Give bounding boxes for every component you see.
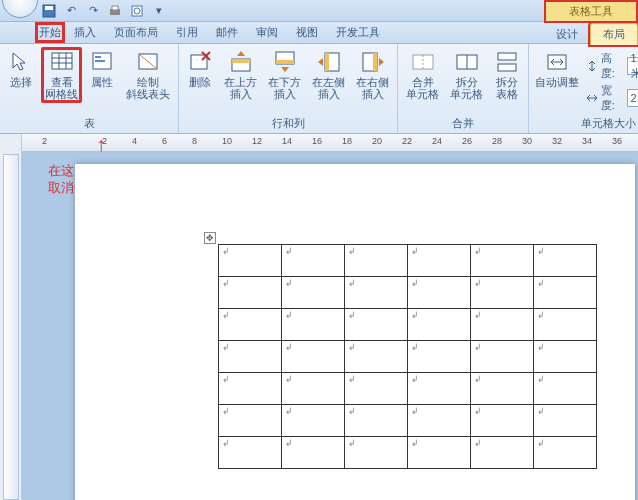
ruler-mark: 22 [402,136,412,146]
table-cell[interactable]: ↲ [282,277,345,309]
redo-icon[interactable]: ↷ [84,2,102,20]
table-cell[interactable]: ↲ [534,309,597,341]
tab-home[interactable]: 开始 [35,22,65,43]
split-cells-icon [455,50,479,74]
table-cell[interactable]: ↲ [534,341,597,373]
height-spinner[interactable]: 1.01 厘米 ▲▼ [627,57,638,75]
table-row[interactable]: ↲↲↲↲↲↲ [219,245,597,277]
table-cell[interactable]: ↲ [282,373,345,405]
table-cell[interactable]: ↲ [471,245,534,277]
table-row[interactable]: ↲↲↲↲↲↲ [219,405,597,437]
tab-review[interactable]: 审阅 [247,22,287,43]
insert-below-button[interactable]: 在下方 插入 [264,47,305,103]
table-cell[interactable]: ↲ [471,277,534,309]
merge-cells-button[interactable]: 合并 单元格 [402,47,443,103]
table-cell[interactable]: ↲ [345,245,408,277]
table-cell[interactable]: ↲ [282,309,345,341]
table-cell[interactable]: ↲ [345,277,408,309]
table-cell[interactable]: ↲ [219,245,282,277]
table-cell[interactable]: ↲ [534,277,597,309]
insert-below-label: 在下方 插入 [268,76,301,100]
tab-view[interactable]: 视图 [287,22,327,43]
tab-layout[interactable]: 布局 [590,23,638,45]
table-cell[interactable]: ↲ [408,341,471,373]
tab-design[interactable]: 设计 [544,24,590,45]
split-table-button[interactable]: 拆分 表格 [490,47,524,103]
delete-button[interactable]: 删除 [183,47,217,91]
table-row[interactable]: ↲↲↲↲↲↲ [219,277,597,309]
table-cell[interactable]: ↲ [345,341,408,373]
table-cell[interactable]: ↲ [345,373,408,405]
table-cell[interactable]: ↲ [219,373,282,405]
svg-rect-6 [52,53,72,69]
table-cell[interactable]: ↲ [534,405,597,437]
document-area[interactable]: 22468101214161820222426283032343638 ↑ 在这… [22,134,638,500]
insert-left-button[interactable]: 在左侧 插入 [308,47,349,103]
preview-icon[interactable] [128,2,146,20]
table-cell[interactable]: ↲ [471,405,534,437]
group-merge-label: 合并 [402,114,524,133]
table-cell[interactable]: ↲ [345,309,408,341]
draw-header-button[interactable]: 绘制 斜线表头 [122,47,174,103]
table-cell[interactable]: ↲ [345,405,408,437]
insert-right-button[interactable]: 在右侧 插入 [352,47,393,103]
table-cell[interactable]: ↲ [471,309,534,341]
table-cell[interactable]: ↲ [219,309,282,341]
table-cell[interactable]: ↲ [345,437,408,469]
office-button[interactable] [2,0,38,18]
arrow-up-icon: ↑ [96,136,106,153]
save-icon[interactable] [40,2,58,20]
document-table[interactable]: ↲↲↲↲↲↲↲↲↲↲↲↲↲↲↲↲↲↲↲↲↲↲↲↲↲↲↲↲↲↲↲↲↲↲↲↲↲↲↲↲… [218,244,597,469]
print-icon[interactable] [106,2,124,20]
table-cell[interactable]: ↲ [219,277,282,309]
undo-icon[interactable]: ↶ [62,2,80,20]
width-spinner[interactable]: 2.1 厘米 ▲▼ [627,89,638,107]
view-gridlines-button[interactable]: 查看 网格线 [41,47,82,103]
table-cell[interactable]: ↲ [282,245,345,277]
table-row[interactable]: ↲↲↲↲↲↲ [219,309,597,341]
horizontal-ruler[interactable]: 22468101214161820222426283032343638 [22,134,638,152]
tab-pagelayout[interactable]: 页面布局 [105,22,167,43]
height-icon [585,59,598,73]
group-table: 选择 查看 网格线 属性 绘制 斜线表头 表 [0,44,179,133]
qat-more-icon[interactable]: ▾ [150,2,168,20]
properties-button[interactable]: 属性 [85,47,119,91]
table-cell[interactable]: ↲ [534,245,597,277]
table-row[interactable]: ↲↲↲↲↲↲ [219,341,597,373]
table-cell[interactable]: ↲ [282,437,345,469]
table-cell[interactable]: ↲ [408,309,471,341]
select-button[interactable]: 选择 [4,47,38,91]
table-cell[interactable]: ↲ [408,437,471,469]
table-cell[interactable]: ↲ [219,437,282,469]
split-cells-button[interactable]: 拆分 单元格 [446,47,487,103]
table-cell[interactable]: ↲ [219,341,282,373]
table-cell[interactable]: ↲ [282,341,345,373]
table-cell[interactable]: ↲ [408,405,471,437]
tab-mailings[interactable]: 邮件 [207,22,247,43]
autofit-button[interactable]: 自动调整 [533,47,582,91]
table-move-handle[interactable]: ✥ [204,232,216,244]
svg-rect-24 [373,53,377,71]
table-cell[interactable]: ↲ [534,437,597,469]
table-cell[interactable]: ↲ [408,373,471,405]
tab-references[interactable]: 引用 [167,22,207,43]
table-cell[interactable]: ↲ [471,373,534,405]
width-label: 宽度: [601,83,624,113]
quick-access-toolbar: ↶ ↷ ▾ [0,0,638,22]
table-row[interactable]: ↲↲↲↲↲↲ [219,373,597,405]
table-cell[interactable]: ↲ [471,437,534,469]
table-cell[interactable]: ↲ [282,405,345,437]
tab-insert[interactable]: 插入 [65,22,105,43]
table-cell[interactable]: ↲ [219,405,282,437]
delete-icon [188,50,212,74]
table-cell[interactable]: ↲ [534,373,597,405]
ruler-mark: 6 [162,136,167,146]
table-cell[interactable]: ↲ [408,277,471,309]
contextual-title: 表格工具 [544,0,638,23]
vertical-ruler[interactable] [0,134,22,500]
table-row[interactable]: ↲↲↲↲↲↲ [219,437,597,469]
table-cell[interactable]: ↲ [471,341,534,373]
tab-developer[interactable]: 开发工具 [327,22,389,43]
insert-above-button[interactable]: 在上方 插入 [220,47,261,103]
table-cell[interactable]: ↲ [408,245,471,277]
